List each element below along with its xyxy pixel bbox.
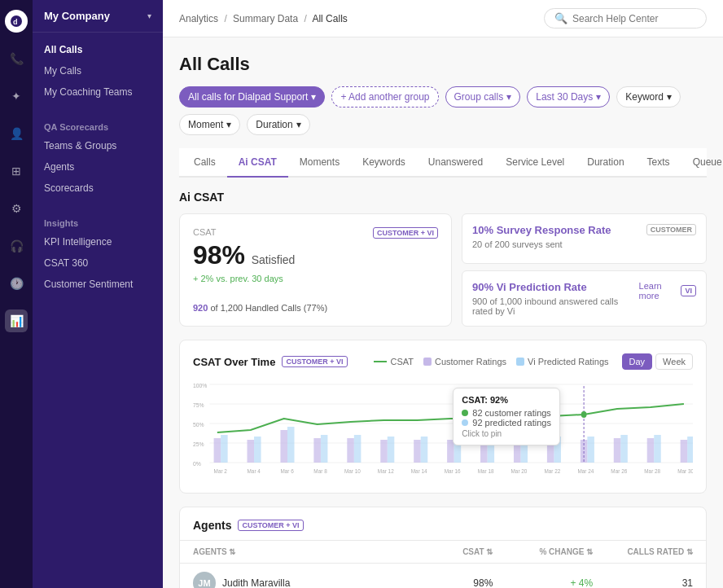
nav-icon-headset[interactable]: 🎧: [5, 235, 28, 257]
sidebar-item-csat360[interactable]: CSAT 360: [33, 252, 163, 274]
search-box[interactable]: 🔍: [544, 8, 707, 29]
survey-response-card: CUSTOMER 10% Survey Response Rate 20 of …: [462, 213, 707, 264]
sidebar-item-kpi[interactable]: KPI Intelligence: [33, 231, 163, 252]
svg-rect-27: [221, 435, 228, 463]
group-calls-filter[interactable]: Group calls ▾: [445, 86, 521, 108]
svg-text:Mar 28: Mar 28: [644, 468, 660, 475]
csat-handled-text: of 1,200 Handled Calls (77%): [208, 303, 327, 313]
sidebar-item-my-calls[interactable]: My Calls: [33, 60, 163, 81]
moment-filter[interactable]: Moment ▾: [179, 114, 240, 135]
sidebar-item-scorecards[interactable]: Scorecards: [33, 178, 163, 199]
svg-text:50%: 50%: [193, 420, 204, 428]
nav-icon-clock[interactable]: 🕐: [5, 272, 28, 295]
duration-filter[interactable]: Duration ▾: [247, 114, 309, 135]
breadcrumb-analytics[interactable]: Analytics: [179, 13, 218, 24]
toggle-week-button[interactable]: Week: [655, 353, 693, 370]
svg-rect-32: [388, 437, 395, 463]
agents-section: Agents CUSTOMER + VI AGENTS ⇅ CSAT ⇅ % C…: [179, 507, 707, 588]
app-logo[interactable]: d: [5, 10, 28, 33]
svg-text:Mar 10: Mar 10: [344, 468, 361, 475]
svg-text:0%: 0%: [193, 459, 201, 467]
csat-sub-label: Satisfied: [252, 253, 296, 266]
svg-rect-22: [547, 440, 554, 463]
sidebar-item-sentiment[interactable]: Customer Sentiment: [33, 274, 163, 295]
search-input[interactable]: [572, 13, 696, 24]
svg-rect-26: [681, 440, 688, 463]
agents-header: Agents CUSTOMER + VI: [180, 507, 706, 532]
tab-unanswered[interactable]: Unanswered: [417, 148, 494, 178]
nav-icon-settings[interactable]: ⚙: [5, 197, 28, 220]
svg-text:Mar 22: Mar 22: [545, 468, 561, 475]
svg-text:Mar 12: Mar 12: [378, 468, 394, 475]
tab-duration[interactable]: Duration: [576, 148, 635, 178]
chart-header: CSAT Over Time CUSTOMER + VI CSAT Custom…: [193, 353, 693, 370]
company-header[interactable]: My Company ▾: [33, 0, 163, 33]
avatar-0: JM: [193, 572, 216, 588]
sidebar-icon-bar: d 📞 ✦ 👤 ⊞ ⚙ 🎧 🕐 📊: [0, 0, 33, 588]
toggle-day-button[interactable]: Day: [622, 353, 653, 370]
qa-nav-section: QA Scorecards Teams & Groups Agents Scor…: [33, 109, 163, 205]
csat-value: 98%: [193, 240, 245, 270]
topbar: Analytics / Summary Data / All Calls 🔍: [163, 0, 723, 37]
legend-customer-box: [423, 358, 432, 366]
tab-queue[interactable]: Queue: [681, 148, 723, 178]
survey-detail: 20 of 200 surveys sent: [472, 239, 696, 249]
dropdown-icon4: ▾: [667, 91, 672, 103]
sidebar-nav: My Company ▾ All Calls My Calls My Coach…: [33, 0, 163, 588]
chevron-down-icon: ▾: [147, 11, 151, 20]
sidebar-item-coaching-teams[interactable]: My Coaching Teams: [33, 81, 163, 103]
chart-badge: CUSTOMER + VI: [282, 356, 347, 367]
svg-rect-29: [287, 427, 295, 463]
tab-texts[interactable]: Texts: [636, 148, 681, 178]
svg-rect-40: [654, 435, 661, 463]
svg-text:100%: 100%: [193, 381, 208, 389]
csat-card-badge: CUSTOMER + VI: [373, 227, 438, 239]
svg-rect-35: [488, 437, 495, 463]
tab-moments[interactable]: Moments: [288, 148, 351, 178]
legend-customer: Customer Ratings: [423, 357, 506, 366]
csat-chart-svg: 100% 75% 50% 25% 0%: [193, 380, 693, 477]
svg-text:Mar 30: Mar 30: [677, 468, 693, 475]
calls-nav-section: All Calls My Calls My Coaching Teams: [33, 33, 163, 109]
add-group-button[interactable]: + Add another group: [331, 86, 438, 108]
svg-point-43: [581, 411, 587, 418]
page-title: All Calls: [179, 54, 707, 75]
dropdown-icon3: ▾: [596, 91, 601, 103]
tab-calls[interactable]: Calls: [182, 148, 227, 178]
svg-rect-41: [687, 437, 693, 463]
legend-csat-line: [374, 361, 387, 362]
chart-title: CSAT Over Time CUSTOMER + VI: [193, 356, 348, 368]
svg-text:Mar 6: Mar 6: [280, 468, 293, 475]
agent-change-0: + 4%: [493, 577, 593, 588]
vi-prediction-card: 90% Vi Prediction Rate 900 of 1,000 inbo…: [462, 270, 707, 327]
keyword-filter[interactable]: Keyword ▾: [616, 86, 681, 108]
nav-icon-analytics[interactable]: 📊: [5, 309, 28, 332]
moment-label: Moment: [188, 119, 223, 130]
chart-container: 100% 75% 50% 25% 0%: [193, 380, 693, 480]
svg-text:d: d: [13, 18, 18, 26]
csat-chart-section: CSAT Over Time CUSTOMER + VI CSAT Custom…: [179, 340, 707, 494]
tab-keywords[interactable]: Keywords: [351, 148, 417, 178]
agent-csat-0: 98%: [393, 577, 493, 588]
nav-icon-person[interactable]: 👤: [5, 122, 28, 145]
svg-text:Mar 24: Mar 24: [577, 468, 594, 475]
tab-ai-csat[interactable]: Ai CSAT: [227, 148, 288, 178]
nav-icon-activity[interactable]: ✦: [5, 85, 28, 108]
sidebar-item-agents[interactable]: Agents: [33, 156, 163, 178]
tab-service-level[interactable]: Service Level: [494, 148, 576, 178]
nav-icon-team[interactable]: ⊞: [5, 160, 28, 182]
insights-nav-section: Insights KPI Intelligence CSAT 360 Custo…: [33, 205, 163, 301]
sidebar-item-all-calls[interactable]: All Calls: [33, 39, 163, 60]
nav-icon-calls[interactable]: 📞: [5, 47, 28, 70]
sidebar-item-teams-groups[interactable]: Teams & Groups: [33, 135, 163, 156]
table-row: JM Judith Maravilla 98% + 4% 31: [180, 564, 706, 588]
svg-rect-28: [254, 437, 261, 463]
date-filter[interactable]: Last 30 Days ▾: [527, 86, 610, 108]
svg-text:Mar 4: Mar 4: [248, 468, 261, 475]
svg-text:Mar 8: Mar 8: [313, 468, 326, 475]
breadcrumb-summary[interactable]: Summary Data: [233, 13, 298, 24]
csat-main-card: CUSTOMER + VI CSAT 98% Satisfied + 2% vs…: [179, 213, 452, 327]
group-filter-button[interactable]: All calls for Dialpad Support ▾: [179, 86, 325, 108]
agent-info-0: JM Judith Maravilla: [193, 572, 393, 588]
learn-more-link[interactable]: Learn more: [639, 281, 677, 301]
